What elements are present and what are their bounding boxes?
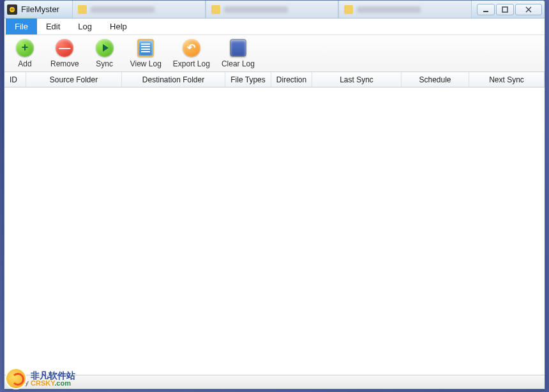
column-source-folder[interactable]: Source Folder [26,72,122,87]
sync-button[interactable]: Sync [91,39,119,68]
window-title: FileMyster [21,4,59,14]
background-tab[interactable] [338,1,472,18]
background-tab[interactable] [206,1,339,18]
close-icon [525,6,532,13]
background-tabs-area [72,1,472,18]
column-last-sync[interactable]: Last Sync [312,72,402,87]
column-destination-folder[interactable]: Destination Folder [122,72,225,87]
menubar: File Edit Log Help [4,19,545,35]
maximize-button[interactable] [496,4,514,15]
svg-rect-1 [483,11,488,12]
app-window: FileMyster [4,0,545,389]
status-text: Ready [8,379,29,386]
sync-label: Sync [96,59,113,68]
table-body[interactable] [4,87,545,375]
sync-icon [96,39,114,57]
clear-log-icon [230,39,246,57]
app-icon [7,4,17,15]
remove-icon: — [56,39,73,57]
close-button[interactable] [515,4,542,15]
menu-log[interactable]: Log [69,19,101,34]
view-log-button[interactable]: View Log [130,39,162,68]
svg-rect-2 [502,7,508,12]
window-controls [477,4,542,15]
maximize-icon [502,6,508,13]
add-label: Add [18,59,31,68]
column-direction[interactable]: Direction [271,72,312,87]
remove-label: Remove [50,59,79,68]
tab-title-blurred [357,6,421,13]
export-log-label: Export Log [173,59,210,68]
add-button[interactable]: + Add [11,39,39,68]
view-log-label: View Log [130,59,162,68]
menu-edit[interactable]: Edit [37,19,69,34]
tab-title-blurred [224,6,288,13]
column-id[interactable]: ID [4,72,26,87]
menu-help[interactable]: Help [101,19,136,34]
statusbar: Ready [4,375,545,389]
titlebar[interactable]: FileMyster [4,1,545,19]
view-log-icon [137,39,154,57]
column-schedule[interactable]: Schedule [402,72,469,87]
export-log-button[interactable]: ↶ Export Log [173,39,210,68]
remove-button[interactable]: — Remove [50,39,79,68]
background-tab[interactable] [72,1,206,18]
toolbar: + Add — Remove Sync View Log ↶ Export Lo… [4,35,545,72]
add-icon: + [16,39,34,57]
menu-file[interactable]: File [6,19,37,34]
clear-log-button[interactable]: Clear Log [222,39,255,68]
column-file-types[interactable]: File Types [225,72,271,87]
export-log-icon: ↶ [183,39,200,57]
minimize-button[interactable] [477,4,495,15]
tab-title-blurred [91,6,154,13]
table-header: ID Source Folder Destination Folder File… [4,72,545,87]
minimize-icon [483,6,489,13]
tab-favicon-icon [344,5,353,14]
tab-favicon-icon [78,5,87,14]
clear-log-label: Clear Log [222,59,255,68]
column-next-sync[interactable]: Next Sync [469,72,545,87]
tab-favicon-icon [211,5,220,14]
